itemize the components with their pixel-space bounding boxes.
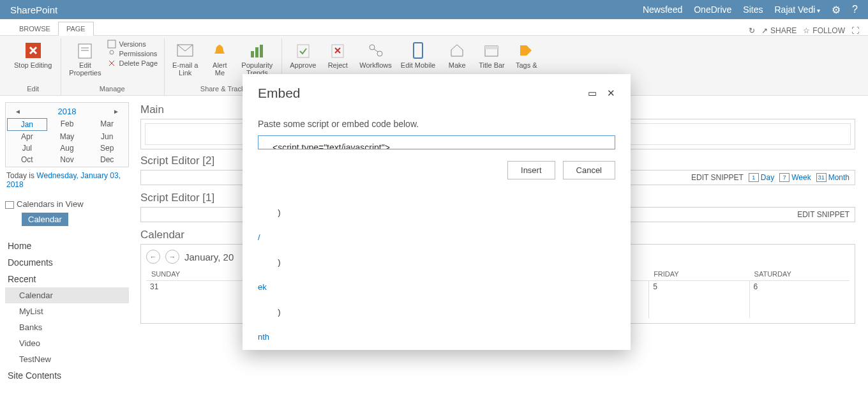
dialog-subtitle: Paste some script or embed code below. <box>258 119 615 129</box>
embed-dialog: Embed ▭ ✕ Paste some script or embed cod… <box>243 74 631 350</box>
maximize-icon[interactable]: ▭ <box>588 87 597 99</box>
insert-button[interactable]: Insert <box>507 161 555 179</box>
embed-textarea[interactable] <box>258 135 615 149</box>
cancel-button[interactable]: Cancel <box>563 161 615 179</box>
close-icon[interactable]: ✕ <box>607 87 615 99</box>
trailing-code: ) / ) ek ) nth <box>258 193 615 368</box>
dialog-title: Embed <box>258 86 301 101</box>
